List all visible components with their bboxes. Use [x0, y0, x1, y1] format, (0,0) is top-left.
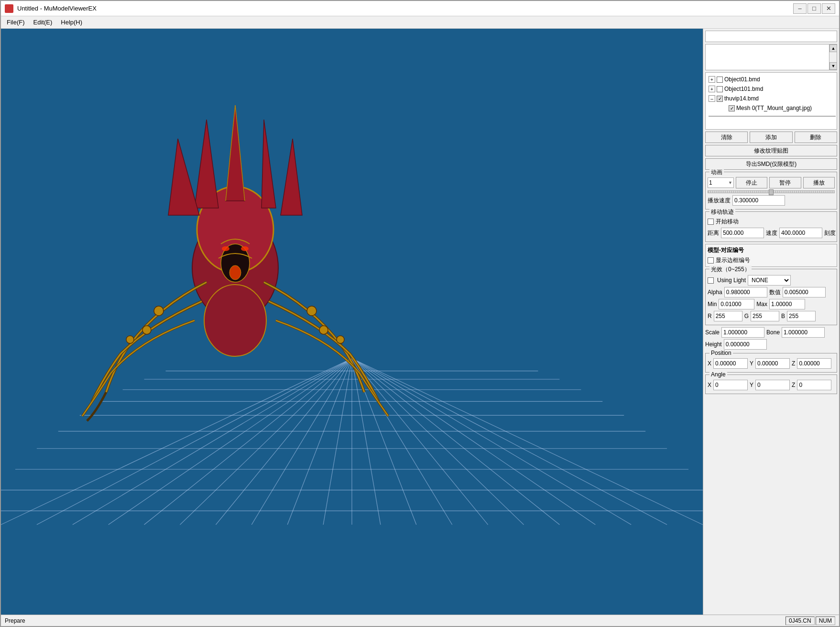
play-button[interactable]: 播放: [803, 177, 835, 188]
alpha-row: Alpha 数值: [708, 287, 835, 297]
scale-input[interactable]: [721, 327, 764, 338]
max-input[interactable]: [769, 299, 805, 309]
status-right: 0J45.CN NUM: [785, 616, 835, 625]
ang-y-input[interactable]: [755, 380, 790, 390]
menu-help[interactable]: Help(H): [57, 17, 86, 28]
tree-label-1: Object101.bmd: [724, 86, 763, 92]
tree-item-3[interactable]: ✓ Mesh 0(TT_Mount_gangt.jpg): [707, 103, 836, 113]
ang-z-label: Z: [792, 382, 795, 388]
title-bar-left: Untitled - MuModelViewerEX: [5, 4, 97, 13]
main-window: Untitled - MuModelViewerEX – □ ✕ File(F)…: [0, 0, 840, 627]
r-input[interactable]: [714, 311, 742, 321]
svg-marker-36: [226, 105, 245, 201]
speed-label-mv: 速度: [766, 229, 777, 237]
tree-expand-0[interactable]: +: [709, 76, 715, 83]
status-left: Prepare: [5, 617, 25, 624]
b-input[interactable]: [787, 311, 816, 321]
alpha-input[interactable]: [724, 287, 767, 297]
stop-button[interactable]: 停止: [736, 177, 767, 188]
delete-button[interactable]: 删除: [795, 132, 837, 143]
ang-x-input[interactable]: [713, 380, 748, 390]
svg-marker-40: [281, 139, 302, 215]
scale-bone-row: Scale Bone: [705, 327, 837, 338]
show-frame-label[interactable]: 显示边框编号: [708, 256, 835, 264]
svg-point-50: [222, 246, 229, 251]
movement-group: 移动轨迹 开始移动 距离 速度 刻度: [705, 211, 837, 242]
pos-z-input[interactable]: [797, 358, 831, 369]
clear-button[interactable]: 清除: [705, 132, 748, 143]
speed-label: 播放速度: [708, 197, 731, 205]
tree-item-2[interactable]: – ✓ thuvip14.bmd: [707, 94, 836, 103]
pause-button[interactable]: 暂停: [769, 177, 801, 188]
distance-label: 距离: [708, 229, 719, 237]
min-input[interactable]: [719, 299, 754, 309]
pos-y-label: Y: [750, 360, 753, 367]
modify-texture-button[interactable]: 修改纹理贴图: [705, 145, 837, 156]
min-label: Min: [708, 301, 717, 308]
slider-thumb[interactable]: [769, 189, 774, 195]
status-bar: Prepare 0J45.CN NUM: [1, 615, 839, 626]
min-max-row: Min Max: [708, 299, 835, 309]
window-title: Untitled - MuModelViewerEX: [17, 5, 97, 12]
svg-point-35: [229, 265, 241, 280]
pos-z-label: Z: [792, 360, 795, 367]
height-row: Height: [705, 339, 837, 350]
bone-input[interactable]: [782, 327, 825, 338]
g-label: G: [744, 313, 749, 319]
main-content: ▲ ▼ + Object01.bmd + Object101.bmd: [1, 29, 839, 615]
animation-group: 动画 1 ▼ 停止 暂停 播放: [705, 172, 837, 209]
alpha-label: Alpha: [708, 289, 722, 296]
using-light-row: Using Light NONE: [708, 275, 835, 286]
tree-checkbox-1[interactable]: [717, 86, 723, 92]
tree-checkbox-3[interactable]: ✓: [729, 105, 735, 111]
light-group: 光效（0~255） Using Light NONE Alpha 数值: [705, 269, 837, 325]
scrollbar-vertical[interactable]: ▲ ▼: [829, 44, 837, 70]
svg-point-48: [319, 326, 328, 334]
tree-item-0[interactable]: + Object01.bmd: [707, 75, 836, 84]
scroll-up-button[interactable]: ▲: [829, 44, 837, 52]
start-move-label[interactable]: 开始移动: [708, 218, 835, 226]
rgb-row: R G B: [708, 311, 835, 321]
angle-row: X Y Z: [708, 380, 835, 390]
pos-x-input[interactable]: [713, 358, 748, 369]
add-button[interactable]: 添加: [750, 132, 792, 143]
distance-input[interactable]: [721, 228, 764, 238]
start-move-checkbox[interactable]: [708, 219, 714, 225]
angle-title: Angle: [709, 371, 727, 378]
animation-slider-container: [708, 190, 835, 193]
movement-speed-input[interactable]: [779, 228, 822, 238]
svg-point-47: [337, 336, 344, 343]
tree-item-1[interactable]: + Object101.bmd: [707, 84, 836, 94]
pos-y-input[interactable]: [755, 358, 790, 369]
show-frame-checkbox[interactable]: [708, 257, 714, 264]
animation-dropdown[interactable]: 1 ▼: [708, 177, 734, 188]
animation-slider[interactable]: [708, 190, 835, 193]
value-label: 数值: [769, 288, 781, 297]
search-input[interactable]: [705, 31, 837, 42]
tree-expand-1[interactable]: +: [709, 86, 715, 92]
speed-input[interactable]: [732, 195, 785, 206]
light-dropdown[interactable]: NONE: [748, 275, 791, 286]
menu-edit[interactable]: Edit(E): [30, 17, 56, 28]
movement-content: 开始移动 距离 速度 刻度: [708, 218, 835, 238]
tree-checkbox-2[interactable]: ✓: [717, 96, 723, 102]
transform-group: Scale Bone Height: [705, 327, 837, 351]
ang-z-input[interactable]: [797, 380, 831, 390]
title-bar: Untitled - MuModelViewerEX – □ ✕: [1, 1, 839, 16]
menu-file[interactable]: File(F): [3, 17, 29, 28]
using-light-checkbox[interactable]: [708, 277, 714, 284]
scroll-down-button[interactable]: ▼: [829, 62, 837, 70]
tree-checkbox-0[interactable]: [717, 77, 723, 83]
viewport[interactable]: [1, 29, 703, 615]
minimize-button[interactable]: –: [793, 3, 807, 14]
close-button[interactable]: ✕: [822, 3, 835, 14]
tree-expand-2[interactable]: –: [709, 95, 715, 102]
value-input[interactable]: [783, 287, 826, 297]
g-input[interactable]: [751, 311, 779, 321]
tree-view: + Object01.bmd + Object101.bmd – ✓ thuvi…: [705, 72, 837, 130]
export-smd-button[interactable]: 导出SMD(仅限模型): [705, 158, 837, 170]
svg-marker-39: [262, 120, 276, 208]
height-input[interactable]: [724, 339, 767, 350]
tree-separator: [709, 116, 836, 117]
maximize-button[interactable]: □: [807, 3, 821, 14]
